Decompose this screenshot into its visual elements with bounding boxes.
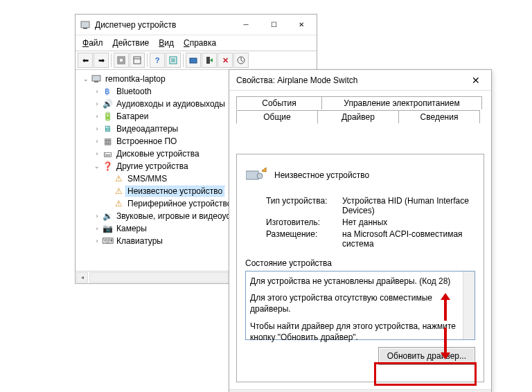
tree-category-label[interactable]: Видеоадаптеры bbox=[115, 124, 179, 134]
chevron-right-icon[interactable]: › bbox=[92, 150, 102, 157]
dialog-titlebar[interactable]: Свойства: Airplane Mode Switch ✕ bbox=[229, 70, 491, 91]
audio-icon: 🔊 bbox=[102, 98, 113, 109]
status-label: Состояние устройства bbox=[245, 258, 475, 268]
titlebar[interactable]: Диспетчер устройств ─ ☐ ✕ bbox=[76, 15, 317, 35]
dialog-title: Свойства: Airplane Mode Switch bbox=[236, 75, 463, 85]
tab-details[interactable]: Сведения bbox=[398, 110, 480, 123]
tab-driver[interactable]: Драйвер bbox=[317, 110, 399, 123]
svg-rect-1 bbox=[83, 28, 87, 29]
tree-category-label[interactable]: Другие устройства bbox=[115, 161, 190, 171]
dialog-button-row: OK Отмена bbox=[229, 389, 491, 392]
status-textbox[interactable]: Для устройства не установлены драйверы. … bbox=[245, 271, 475, 340]
chevron-right-icon[interactable]: › bbox=[92, 225, 102, 232]
chevron-right-icon[interactable]: › bbox=[92, 238, 102, 244]
warning-icon: ❓ bbox=[102, 161, 113, 172]
tree-category-label[interactable]: Аудиовходы и аудиовыходы bbox=[115, 99, 227, 109]
tree-category-label[interactable]: Bluetooth bbox=[115, 87, 153, 96]
chevron-right-icon[interactable]: › bbox=[92, 125, 102, 132]
unknown-device-icon: ⚠ bbox=[113, 198, 124, 209]
menubar: ФФайлайл Действие Вид Справка bbox=[76, 35, 317, 51]
minimize-button[interactable]: ─ bbox=[232, 15, 260, 35]
window-title: Диспетчер устройств bbox=[95, 20, 232, 30]
computer-icon bbox=[91, 73, 102, 84]
toolbar-separator bbox=[183, 53, 184, 67]
toolbar: ⬅ ➡ ? ✕ bbox=[76, 51, 317, 70]
vendor-value: Нет данных bbox=[342, 217, 475, 227]
svg-rect-3 bbox=[119, 58, 123, 62]
vertical-scrollbar[interactable] bbox=[463, 271, 475, 339]
tree-root-label[interactable]: remontka-laptop bbox=[104, 74, 167, 84]
help-button[interactable]: ? bbox=[150, 53, 165, 68]
location-value: на Microsoft ACPI-совместимая система bbox=[342, 229, 475, 249]
firmware-icon: ▦ bbox=[102, 136, 113, 147]
svg-rect-4 bbox=[134, 57, 141, 64]
unknown-device-icon: ⚠ bbox=[113, 173, 124, 184]
tree-device-label[interactable]: SMS/MMS bbox=[126, 174, 168, 184]
tree-category-label[interactable]: Встроенное ПО bbox=[115, 136, 178, 146]
menu-view[interactable]: Вид bbox=[154, 37, 178, 49]
update-driver-button[interactable]: Обновить драйвер... bbox=[378, 347, 475, 365]
status-line: Для устройства не установлены драйверы. … bbox=[250, 276, 462, 287]
close-button[interactable]: ✕ bbox=[287, 15, 315, 35]
status-line: Чтобы найти драйвер для этого устройства… bbox=[250, 321, 462, 343]
forward-button[interactable]: ➡ bbox=[94, 53, 109, 68]
svg-rect-10 bbox=[190, 58, 197, 63]
chevron-right-icon[interactable]: › bbox=[92, 88, 102, 95]
bluetooth-icon: ฿ bbox=[102, 86, 113, 97]
type-label: Тип устройства: bbox=[266, 196, 342, 215]
type-value: Устройства HID (Human Interface Devices) bbox=[342, 196, 475, 215]
tree-device-label[interactable]: Периферийное устройство bbox=[126, 199, 233, 208]
dialog-body: События Управление электропитанием Общие… bbox=[229, 91, 491, 389]
tree-category-label[interactable]: Клавиатуры bbox=[115, 236, 164, 246]
tab-power[interactable]: Управление электропитанием bbox=[321, 96, 482, 109]
app-icon bbox=[80, 19, 91, 30]
svg-rect-13 bbox=[92, 75, 100, 81]
tab-general[interactable]: Общие bbox=[236, 110, 318, 124]
up-button[interactable] bbox=[114, 53, 129, 68]
sound-icon: 🔉 bbox=[102, 211, 113, 222]
tab-strip: События Управление электропитанием Общие… bbox=[236, 96, 484, 125]
properties-button[interactable] bbox=[166, 53, 181, 68]
maximize-button[interactable]: ☐ bbox=[260, 15, 287, 35]
tab-panel-general: Неизвестное устройство Тип устройства:Ус… bbox=[236, 154, 484, 382]
tree-category-label[interactable]: Камеры bbox=[115, 224, 148, 233]
tab-events[interactable]: События bbox=[236, 96, 322, 109]
menu-action[interactable]: Действие bbox=[109, 37, 154, 49]
menu-file[interactable]: ФФайлайл bbox=[78, 37, 107, 49]
chevron-right-icon[interactable]: › bbox=[92, 113, 102, 120]
status-line: Для этого устройства отсутствую совмести… bbox=[250, 292, 462, 314]
uninstall-button[interactable]: ✕ bbox=[218, 53, 233, 68]
battery-icon: 🔋 bbox=[102, 111, 113, 122]
update-driver-button[interactable] bbox=[202, 53, 217, 68]
back-button[interactable]: ⬅ bbox=[78, 53, 93, 68]
device-name: Неизвестное устройство bbox=[274, 170, 369, 180]
scroll-left-arrow[interactable]: ◂ bbox=[76, 272, 88, 283]
chevron-down-icon[interactable]: ⌄ bbox=[81, 75, 91, 82]
annotation-highlight bbox=[374, 362, 477, 386]
menu-help[interactable]: Справка bbox=[179, 37, 220, 49]
chevron-right-icon[interactable]: › bbox=[92, 100, 102, 107]
kbd-icon: ⌨ bbox=[102, 235, 113, 247]
refresh-button[interactable] bbox=[233, 53, 249, 68]
vendor-label: Изготовитель: bbox=[266, 217, 342, 227]
unknown-device-icon: ⚠ bbox=[113, 186, 124, 197]
show-hidden-button[interactable] bbox=[130, 53, 145, 68]
svg-rect-14 bbox=[94, 81, 98, 82]
toolbar-separator bbox=[111, 53, 112, 67]
tree-category-label[interactable]: Дисковые устройства bbox=[115, 149, 201, 159]
chevron-down-icon[interactable]: ⌄ bbox=[92, 163, 102, 170]
disk-icon: 🖴 bbox=[102, 148, 113, 159]
tree-device-label[interactable]: Неизвестное устройство bbox=[126, 186, 224, 196]
camera-icon: 📷 bbox=[102, 223, 113, 234]
tree-category-label[interactable]: Звуковые, игровые и видеоуст bbox=[115, 211, 236, 221]
device-icon bbox=[245, 164, 267, 186]
tree-category-label[interactable]: Батареи bbox=[115, 112, 150, 121]
chevron-right-icon[interactable]: › bbox=[92, 138, 102, 145]
svg-rect-11 bbox=[206, 57, 210, 64]
svg-rect-0 bbox=[81, 21, 89, 28]
close-button[interactable]: ✕ bbox=[463, 70, 488, 91]
svg-point-16 bbox=[257, 173, 263, 179]
scan-button[interactable] bbox=[186, 53, 201, 68]
chevron-right-icon[interactable]: › bbox=[92, 213, 102, 220]
properties-dialog: Свойства: Airplane Mode Switch ✕ События… bbox=[229, 69, 492, 392]
